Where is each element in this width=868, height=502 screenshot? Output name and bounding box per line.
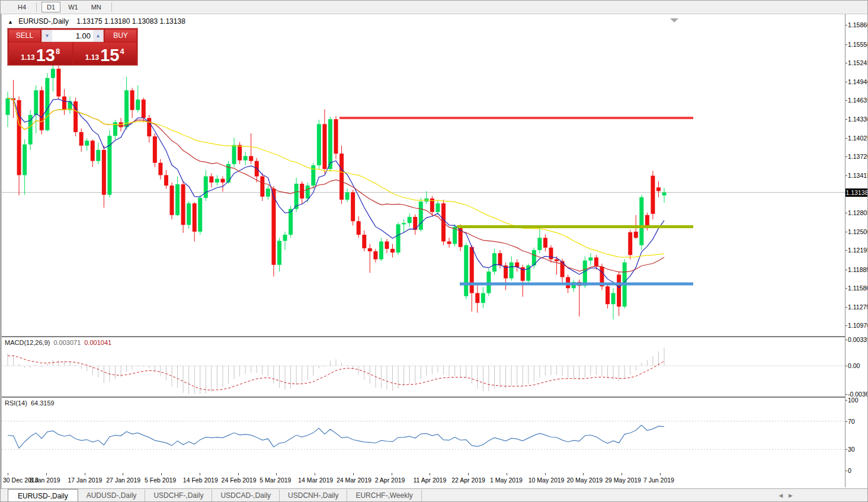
candle-body <box>645 215 649 227</box>
candle-body <box>238 145 242 161</box>
candle-body <box>209 177 213 183</box>
date-axis-label: 7 Jun 2019 <box>643 477 674 484</box>
price-axis-label: 1.12805 <box>848 209 868 216</box>
tab-usdcad-daily[interactable]: USDCAD-,Daily <box>212 490 280 501</box>
candle-body <box>385 241 389 248</box>
axis-tick <box>845 63 847 63</box>
volume-decrease-icon[interactable]: ▼ <box>42 30 52 41</box>
volume-input[interactable] <box>52 30 93 41</box>
candle-body <box>277 241 281 264</box>
date-tick <box>46 473 47 475</box>
date-axis-label: 11 Apr 2019 <box>413 477 446 484</box>
candle-body <box>85 140 89 145</box>
tab-eurchf-weekly[interactable]: EURCHF-,Weekly <box>347 490 421 501</box>
date-axis[interactable]: 30 Dec 20188 Jan 201917 Jan 201927 Jan 2… <box>2 473 847 487</box>
candle-body <box>23 145 27 175</box>
candle-body <box>498 253 502 266</box>
sell-button[interactable]: SELL <box>9 30 40 42</box>
candle-body <box>56 69 60 97</box>
buy-price-box[interactable]: 1.13 15 4 <box>73 43 137 65</box>
candle-body <box>390 249 395 252</box>
sell-price-big: 13 <box>36 47 55 63</box>
tab-scroll-arrows[interactable]: ◀▶ <box>779 493 799 498</box>
date-tick <box>85 473 85 475</box>
date-axis-label: 8 Jan 2019 <box>30 477 60 484</box>
date-axis-label: 24 Mar 2019 <box>337 477 371 484</box>
tab-audusd-daily[interactable]: AUDUSD-,Daily <box>78 490 146 501</box>
candle-body <box>486 271 491 293</box>
axis-tick <box>845 394 847 395</box>
price-axis[interactable]: 1.158601.155501.152451.149401.146351.143… <box>845 14 868 487</box>
date-axis-label: 27 Jan 2019 <box>106 477 140 484</box>
candle-body <box>628 232 632 255</box>
price-axis-label: 1.13720 <box>848 153 868 160</box>
price-axis-label: 1.15245 <box>848 59 868 66</box>
axis-tick <box>845 400 847 401</box>
buy-price-pip: 4 <box>120 47 124 56</box>
price-axis-label: 1.11275 <box>848 303 868 311</box>
tab-usdchf-daily[interactable]: USDCHF-,Daily <box>145 490 212 501</box>
timeframe-button-h4[interactable]: H4 <box>12 2 31 12</box>
buy-button[interactable]: BUY <box>105 30 136 42</box>
timeframe-button-d1[interactable]: D1 <box>41 2 60 12</box>
tab-eurusd-daily[interactable]: EURUSD-,Daily <box>8 489 78 502</box>
axis-tick <box>845 119 847 120</box>
volume-box: ▼ ▲ <box>41 30 104 42</box>
candle-body <box>45 78 49 130</box>
candle-body <box>306 186 310 199</box>
macd-indicator-pane[interactable] <box>2 337 847 398</box>
date-axis-label: 14 Mar 2019 <box>298 477 333 484</box>
candle-body <box>62 97 66 110</box>
candle-body <box>170 186 174 215</box>
candle-body <box>651 176 655 214</box>
tab-usdcnh-daily[interactable]: USDCNH-,Daily <box>280 490 347 501</box>
date-tick <box>200 473 200 475</box>
rsi-indicator-pane[interactable] <box>2 398 847 474</box>
one-click-trade-panel: SELL ▼ ▲ BUY 1.13 13 8 1.13 15 4 <box>8 28 137 65</box>
timeframe-button-w1[interactable]: W1 <box>63 2 84 12</box>
candle-body <box>492 253 497 271</box>
macd-indicator-label: MACD(12,26,9)0.0030710.001041 <box>5 339 115 346</box>
candle-body <box>107 136 111 195</box>
rsi-indicator-label: RSI(14)64.3159 <box>5 399 58 407</box>
candle-body <box>656 187 661 191</box>
rsi-axis-label: 0 <box>848 467 851 474</box>
axis-tick <box>845 270 847 270</box>
candle-body <box>193 203 197 232</box>
price-axis-label: 1.15860 <box>848 21 868 28</box>
candle-body <box>158 163 162 175</box>
candle-body <box>198 198 202 232</box>
candle-body <box>611 293 616 305</box>
rsi-axis-label: 100 <box>848 397 859 404</box>
candle-body <box>181 184 185 225</box>
date-axis-label: 5 Feb 2019 <box>145 477 176 484</box>
timeframe-button-mn[interactable]: MN <box>86 2 107 12</box>
candle-body <box>322 124 326 169</box>
candle-body <box>408 217 412 223</box>
axis-tick <box>845 366 847 366</box>
date-axis-label: 1 May 2019 <box>490 477 523 484</box>
date-axis-label: 5 Mar 2019 <box>260 477 291 484</box>
terminal-window: H4 D1 W1 MN ▲ EURUSD-,Daily 1.13175 1.13… <box>0 0 868 502</box>
date-tick <box>468 473 469 475</box>
candle-body <box>594 257 598 267</box>
price-axis-label: 1.14025 <box>848 135 868 142</box>
axis-tick <box>845 340 847 340</box>
tab-scroll-left-icon: ◀ <box>779 493 789 498</box>
date-axis-label: 22 Apr 2019 <box>451 477 485 484</box>
date-axis-label: 17 Jan 2019 <box>68 477 103 484</box>
candle-body <box>351 192 355 221</box>
date-tick <box>276 473 277 475</box>
candle-body <box>345 192 350 199</box>
candle-body <box>40 90 44 130</box>
axis-tick <box>845 44 847 45</box>
volume-increase-icon[interactable]: ▲ <box>93 30 103 41</box>
sell-price-pip: 8 <box>56 47 60 56</box>
chart-shift-marker-icon <box>670 18 678 23</box>
timeframe-toolbar: H4 D1 W1 MN <box>1 1 868 14</box>
buy-price-big: 15 <box>100 47 119 63</box>
date-tick <box>545 473 546 475</box>
sell-price-box[interactable]: 1.13 13 8 <box>9 43 72 65</box>
date-tick <box>430 473 430 475</box>
date-tick <box>392 473 392 475</box>
